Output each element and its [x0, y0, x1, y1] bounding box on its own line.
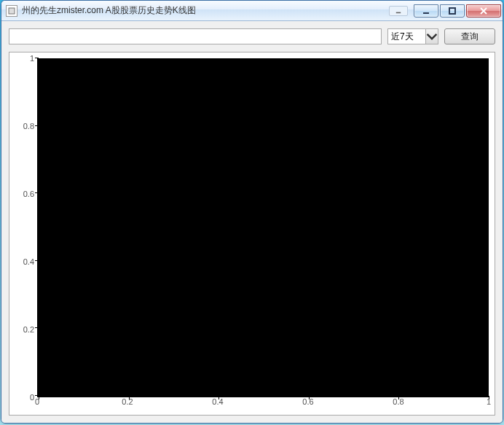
y-tick — [35, 327, 39, 328]
app-window: 州的先生zmister.com A股股票历史走势K线图 近7天 — [1, 0, 503, 424]
x-tick-label: 0.8 — [393, 397, 403, 406]
client-area: 近7天 查询 00.20.40.60.81 00.20.40.60.81 — [1, 21, 503, 423]
y-tick-label: 0.2 — [23, 325, 34, 334]
aux-button[interactable] — [389, 6, 408, 16]
maximize-button[interactable] — [440, 4, 465, 17]
y-axis-labels: 00.20.40.60.81 — [15, 58, 37, 397]
y-tick-label: 0.6 — [23, 190, 34, 198]
x-tick-label: 0 — [35, 397, 39, 406]
y-tick-label: 1 — [30, 54, 34, 63]
y-tick-label: 0.8 — [23, 122, 34, 130]
y-tick — [35, 260, 39, 261]
y-tick — [35, 125, 39, 126]
range-select[interactable]: 近7天 — [387, 28, 438, 44]
y-tick-label: 0.4 — [23, 257, 34, 266]
x-tick-label: 0.2 — [122, 397, 133, 406]
window-title: 州的先生zmister.com A股股票历史走势K线图 — [22, 4, 389, 17]
svg-rect-2 — [423, 12, 429, 14]
x-axis-labels: 00.20.40.60.81 — [37, 397, 489, 409]
window-controls — [414, 4, 501, 17]
y-tick — [35, 58, 39, 58]
x-tick-label: 0.6 — [302, 397, 313, 406]
search-input[interactable] — [9, 28, 382, 44]
minimize-button[interactable] — [414, 4, 438, 17]
svg-rect-0 — [9, 8, 15, 14]
titlebar[interactable]: 州的先生zmister.com A股股票历史走势K线图 — [1, 1, 503, 21]
chart-container: 00.20.40.60.81 00.20.40.60.81 — [9, 52, 495, 416]
plot-axes — [37, 58, 489, 397]
query-button-label: 查询 — [461, 31, 479, 43]
svg-rect-3 — [449, 8, 455, 14]
x-tick-label: 1 — [487, 397, 491, 406]
range-select-value: 近7天 — [388, 31, 425, 43]
toolbar: 近7天 查询 — [9, 28, 495, 44]
svg-rect-1 — [396, 12, 401, 13]
x-tick-label: 0.4 — [212, 397, 223, 406]
y-tick-label: 0 — [30, 393, 34, 402]
y-tick — [35, 192, 39, 193]
query-button[interactable]: 查询 — [444, 28, 495, 44]
chevron-down-icon — [425, 29, 438, 44]
app-icon — [6, 5, 17, 17]
close-button[interactable] — [466, 4, 501, 17]
chart: 00.20.40.60.81 00.20.40.60.81 — [15, 58, 489, 409]
